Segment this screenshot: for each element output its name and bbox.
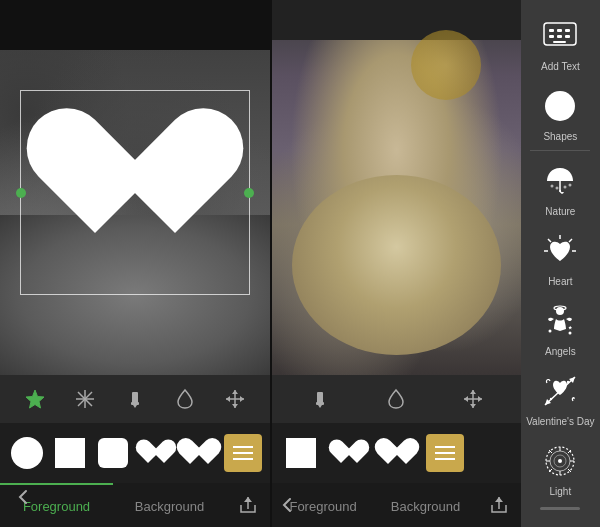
right-panel: Foreground Background xyxy=(272,0,521,527)
right-shapes-bar xyxy=(272,423,521,483)
shape-circle-item[interactable] xyxy=(8,432,45,474)
svg-marker-23 xyxy=(478,396,482,402)
drop-tool-icon-right[interactable] xyxy=(382,385,410,413)
shape-heart-outline-item-right[interactable] xyxy=(328,432,370,474)
svg-point-43 xyxy=(556,307,564,315)
svg-point-51 xyxy=(567,381,569,383)
shapes-icon xyxy=(538,84,582,128)
scroll-indicator xyxy=(540,507,580,510)
shape-circle xyxy=(11,437,43,469)
left-bottom-nav: Foreground Background xyxy=(0,483,270,527)
svg-rect-29 xyxy=(549,35,554,38)
shape-menu-icon xyxy=(224,434,262,472)
sparkle-tool-icon[interactable] xyxy=(71,385,99,413)
sidebar-item-light[interactable]: Light xyxy=(521,433,600,503)
shape-square-right xyxy=(286,438,316,468)
background-tab-left[interactable]: Background xyxy=(113,483,226,527)
shape-heart-outline-right xyxy=(334,439,364,467)
svg-marker-7 xyxy=(133,405,137,408)
svg-marker-13 xyxy=(240,396,244,402)
shape-heart-outline xyxy=(141,439,171,467)
move-tool-icon[interactable] xyxy=(221,385,249,413)
svg-rect-28 xyxy=(565,29,570,32)
svg-rect-26 xyxy=(549,29,554,32)
svg-marker-11 xyxy=(232,404,238,408)
left-image-canvas[interactable] xyxy=(0,0,270,375)
shapes-label: Shapes xyxy=(543,131,577,142)
share-button-left[interactable] xyxy=(226,495,270,515)
angels-icon xyxy=(538,299,582,343)
svg-marker-20 xyxy=(470,390,476,394)
svg-line-39 xyxy=(569,239,572,242)
keyboard-icon xyxy=(538,14,582,58)
shape-menu-item-right[interactable] xyxy=(424,432,466,474)
sidebar-item-shapes[interactable]: Shapes xyxy=(521,78,600,148)
paint-tool-icon[interactable] xyxy=(121,385,149,413)
drop-tool-icon[interactable] xyxy=(171,385,199,413)
share-button-right[interactable] xyxy=(477,495,521,515)
shape-square-item-right[interactable] xyxy=(280,432,322,474)
svg-point-34 xyxy=(551,185,554,188)
shape-square-item[interactable] xyxy=(51,432,88,474)
left-shapes-bar xyxy=(0,423,270,483)
svg-rect-27 xyxy=(557,29,562,32)
sidebar-divider-1 xyxy=(530,150,590,151)
light-label: Light xyxy=(550,486,572,497)
svg-point-55 xyxy=(558,459,562,463)
background-tab-right[interactable]: Background xyxy=(374,483,476,527)
sidebar-item-angels[interactable]: Angels xyxy=(521,293,600,363)
right-sidebar: Add Text Shapes Nature xyxy=(521,0,600,527)
back-button-right[interactable] xyxy=(280,495,296,515)
paint-tool-icon-right[interactable] xyxy=(306,385,334,413)
shape-heart-filled xyxy=(182,438,216,468)
svg-rect-6 xyxy=(131,402,139,405)
heart-shape xyxy=(55,113,215,263)
svg-marker-22 xyxy=(464,396,468,402)
shape-menu-item[interactable] xyxy=(224,432,262,474)
angels-label: Angels xyxy=(545,346,576,357)
selection-handle-left[interactable] xyxy=(16,188,26,198)
svg-marker-10 xyxy=(232,390,238,394)
svg-rect-30 xyxy=(557,35,562,38)
svg-marker-21 xyxy=(470,404,476,408)
sidebar-item-add-text[interactable]: Add Text xyxy=(521,8,600,78)
heart-icon xyxy=(538,229,582,273)
svg-marker-14 xyxy=(244,497,252,502)
add-text-label: Add Text xyxy=(541,61,580,72)
svg-marker-12 xyxy=(226,396,230,402)
sidebar-item-valentines[interactable]: Valentine's Day xyxy=(521,363,600,433)
nature-label: Nature xyxy=(545,206,575,217)
sidebar-item-nature[interactable]: Nature xyxy=(521,153,600,223)
shape-heart-filled-item[interactable] xyxy=(181,432,218,474)
shape-rounded-square xyxy=(98,438,128,468)
selection-handle-right[interactable] xyxy=(244,188,254,198)
svg-line-41 xyxy=(548,239,551,242)
svg-rect-31 xyxy=(565,35,570,38)
sheep-background-right xyxy=(272,0,521,375)
sidebar-item-heart[interactable]: Heart xyxy=(521,223,600,293)
light-icon xyxy=(538,439,582,483)
move-tool-icon-right[interactable] xyxy=(459,385,487,413)
left-panel: Foreground Background xyxy=(0,0,270,527)
shape-menu-icon-right xyxy=(426,434,464,472)
right-bottom-nav: Foreground Background xyxy=(272,483,521,527)
shape-heart-outline-item[interactable] xyxy=(138,432,175,474)
left-toolbar xyxy=(0,375,270,423)
heart-label: Heart xyxy=(548,276,572,287)
right-image-canvas[interactable] xyxy=(272,0,521,375)
golden-circle xyxy=(411,30,481,100)
svg-rect-16 xyxy=(316,402,324,405)
svg-marker-24 xyxy=(495,497,503,502)
shape-rounded-square-item[interactable] xyxy=(94,432,131,474)
svg-point-37 xyxy=(569,184,572,187)
valentines-label: Valentine's Day xyxy=(526,416,594,427)
shape-heart-filled-item-right[interactable] xyxy=(376,432,418,474)
valentines-icon xyxy=(538,369,582,413)
shape-heart-filled-right xyxy=(380,438,414,468)
right-toolbar xyxy=(272,375,521,423)
svg-point-45 xyxy=(549,330,552,333)
svg-point-35 xyxy=(556,187,559,190)
svg-point-50 xyxy=(550,398,552,400)
svg-marker-0 xyxy=(26,390,44,408)
star-tool-icon[interactable] xyxy=(21,385,49,413)
